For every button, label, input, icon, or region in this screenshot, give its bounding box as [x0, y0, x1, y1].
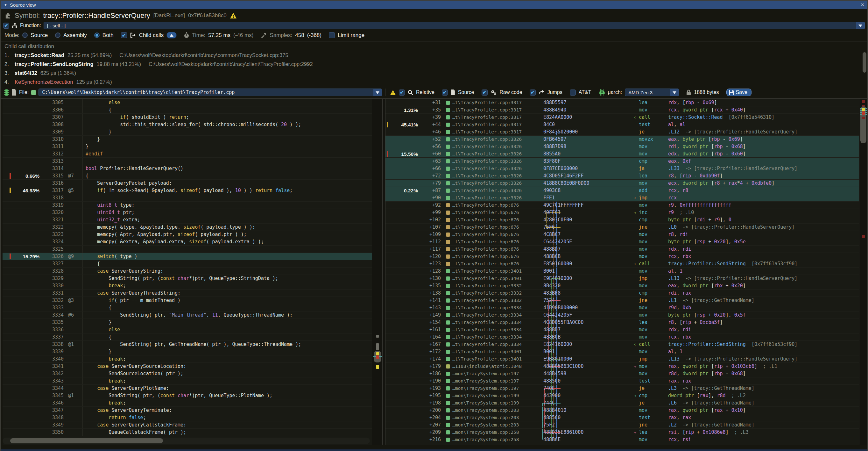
- asm-row[interactable]: +109…t\TracyProfiler.hpp:6764C8BC7movr8,…: [385, 231, 859, 238]
- collapse-icon[interactable]: ▼: [4, 3, 7, 7]
- asm-row[interactable]: +154…t\TracyProfiler.cpp:33344C8D055FBA0…: [385, 319, 859, 326]
- asm-row[interactable]: +102…t\TracyProfiler.hpp:67642803C0F00cm…: [385, 216, 859, 223]
- source-line[interactable]: 3347 case ServerQueryTerminate:: [3, 407, 372, 414]
- asm-row[interactable]: +39…t\TracyProfiler.cpp:3317E824AA0000‹c…: [385, 113, 859, 121]
- file-combo[interactable]: C:\Users\wolf\Desktop\darkrl\contrib\tra…: [38, 89, 382, 96]
- source-line[interactable]: 3339 }: [3, 348, 372, 355]
- source-line[interactable]: 3327 {: [3, 260, 372, 267]
- asm-row[interactable]: +186…mon\TracySystem.cpp:197448B4598movr…: [385, 370, 859, 377]
- asm-row[interactable]: +207…mon\TracySystem.cpp:20375F2jne.L2 -…: [385, 421, 859, 428]
- source-line[interactable]: 3345@1 SendString( ptr, (const char*)ptr…: [3, 392, 372, 399]
- asm-row[interactable]: +141…t\TracyProfiler.cpp:33327524jne.L1 …: [385, 297, 859, 304]
- source-line[interactable]: 3324 memcpy( &extra, &payload.extra, siz…: [3, 238, 372, 245]
- source-checkbox[interactable]: [442, 90, 448, 95]
- asm-row[interactable]: +143…t\TracyProfiler.cpp:333441B90B00000…: [385, 304, 859, 311]
- source-line[interactable]: 3325: [3, 245, 372, 252]
- ccd-scrollbar[interactable]: [863, 52, 866, 72]
- source-line[interactable]: 3346 break;: [3, 399, 372, 407]
- source-line[interactable]: 3331 case ServerQueryThreadString:: [3, 289, 372, 297]
- ccd-entry[interactable]: 4.KeSynchronizeExecution125 μs (0.27%): [4, 79, 864, 85]
- asm-row[interactable]: +179…1103\include\atomic:1048488B05B63C1…: [385, 362, 859, 370]
- asm-row[interactable]: +216…mon\TracySystem.cpp:258488BCEmovrcx…: [385, 436, 859, 443]
- asm-row[interactable]: +52…t\TracyProfiler.cpp:33260FB64597movz…: [385, 136, 859, 143]
- child-calls-checkbox[interactable]: [121, 32, 127, 38]
- source-line[interactable]: 3311}: [3, 143, 372, 150]
- asm-row[interactable]: +204…mon\TracySystem.cpp:2034885C0testra…: [385, 414, 859, 421]
- chevron-down-icon[interactable]: [373, 89, 382, 96]
- function-combo[interactable]: [ - self - ]: [43, 22, 865, 29]
- asm-row[interactable]: +79…t\TracyProfiler.cpp:3326418B8C80E0BF…: [385, 179, 859, 187]
- source-line[interactable]: 3350 QueueCallstackFrame( ptr );: [3, 428, 372, 436]
- asm-row[interactable]: +99…t\TracyProfiler.hpp:67649FFC1→incr9 …: [385, 209, 859, 216]
- source-line[interactable]: 3343 break;: [3, 377, 372, 385]
- source-line[interactable]: 3342 SendSourceLocation( ptr );: [3, 370, 372, 377]
- asm-row[interactable]: +130…t\TracyProfiler.cpp:3401E9E4010000j…: [385, 275, 859, 282]
- source-vscrollbar[interactable]: [372, 99, 382, 445]
- source-line[interactable]: 3337 {: [3, 333, 372, 340]
- asm-row[interactable]: 1.31%+35…t\TracyProfiler.cpp:3317488B494…: [385, 106, 859, 113]
- asm-row[interactable]: +209…mon\TracySystem.cpp:258488D35E88610…: [385, 428, 859, 436]
- radio-both[interactable]: [94, 32, 100, 38]
- source-line[interactable]: 3308 std::this_thread::sleep_for( std::c…: [3, 121, 372, 128]
- close-icon[interactable]: ×: [861, 2, 864, 8]
- propagate-up-button[interactable]: [166, 32, 177, 38]
- function-checkbox[interactable]: [3, 23, 9, 29]
- source-line[interactable]: 3305 else: [3, 99, 372, 106]
- asm-row[interactable]: +174…t\TracyProfiler.cpp:3401E9B8010000j…: [385, 355, 859, 362]
- source-line[interactable]: 46.93%3317@5 if( !m_sock->Read( &payload…: [3, 187, 372, 194]
- asm-row[interactable]: +161…t\TracyProfiler.cpp:3334488BD7movrd…: [385, 326, 859, 333]
- asm-row[interactable]: +46…t\TracyProfiler.cpp:33170F8435020000…: [385, 128, 859, 136]
- source-line[interactable]: 3322 memcpy( &type, &payload.type, sizeo…: [3, 223, 372, 231]
- raw-code-checkbox[interactable]: [482, 90, 488, 95]
- source-line[interactable]: 3332@3 if( ptr == m_mainThread ): [3, 297, 372, 304]
- source-line[interactable]: 3319 uint8_t type;: [3, 201, 372, 209]
- limit-range-checkbox[interactable]: [329, 32, 335, 38]
- march-combo[interactable]: AMD Zen 3: [625, 89, 679, 96]
- asm-row[interactable]: +123…t\TracyProfiler.hpp:676E850160000‹c…: [385, 260, 859, 267]
- source-line[interactable]: 3338@1 SendString( ptr, GetThreadName( p…: [3, 340, 372, 348]
- source-hscrollbar-thumb[interactable]: [10, 438, 163, 443]
- source-line[interactable]: 3334@6 SendString( ptr, "Main thread", 1…: [3, 311, 372, 319]
- asm-row[interactable]: +31…t\TracyProfiler.cpp:3317488D5597lear…: [385, 99, 859, 106]
- asm-row[interactable]: +135…t\TracyProfiler.cpp:33328B4320movea…: [385, 282, 859, 289]
- source-hscrollbar[interactable]: [3, 438, 370, 444]
- att-checkbox[interactable]: [570, 90, 576, 95]
- asm-row[interactable]: +72…t\TracyProfiler.cpp:33264C8D05F146F2…: [385, 172, 859, 179]
- asm-row[interactable]: +172…t\TracyProfiler.cpp:3401B001moval, …: [385, 348, 859, 355]
- asm-row[interactable]: +138…t\TracyProfiler.cpp:3332483BF8cmprd…: [385, 289, 859, 297]
- source-line[interactable]: 3328 case ServerQueryString:: [3, 267, 372, 275]
- radio-source[interactable]: [22, 32, 28, 38]
- asm-row[interactable]: +92…t\TracyProfiler.hpp:67649C7C1FFFFFFF…: [385, 201, 859, 209]
- source-line[interactable]: 3333 {: [3, 304, 372, 311]
- asm-row[interactable]: 0.22%+87…t\TracyProfiler.cpp:33264903C8a…: [385, 187, 859, 194]
- source-line[interactable]: 3340 break;: [3, 355, 372, 362]
- asm-row[interactable]: +107…t\TracyProfiler.hpp:67675F6jne.L0 -…: [385, 223, 859, 231]
- asm-row[interactable]: +164…t\TracyProfiler.cpp:3334488BCBmovrc…: [385, 333, 859, 340]
- asm-row[interactable]: +120…t\TracyProfiler.hpp:676488BCBmovrcx…: [385, 252, 859, 260]
- source-line[interactable]: 3330 break;: [3, 282, 372, 289]
- source-line[interactable]: 3323 memcpy( &ptr, &payload.ptr, sizeof(…: [3, 231, 372, 238]
- asm-row[interactable]: +90…t\TracyProfiler.cpp:3326FFE1‹jmprcx: [385, 194, 859, 201]
- source-line[interactable]: 3348 return false;: [3, 414, 372, 421]
- source-line[interactable]: 3307 if( shouldExit ) return;: [3, 113, 372, 121]
- source-line[interactable]: 3318: [3, 194, 372, 201]
- source-line[interactable]: 0.66%3315@7{: [3, 172, 372, 179]
- asm-row[interactable]: +200…mon\TracySystem.cpp:203488B4010movr…: [385, 407, 859, 414]
- relative-checkbox[interactable]: [399, 90, 405, 95]
- asm-row[interactable]: +149…t\TracyProfiler.cpp:3334C64424205Fm…: [385, 311, 859, 319]
- save-button[interactable]: Save: [726, 89, 751, 96]
- asm-row[interactable]: 45.41%+44…t\TracyProfiler.cpp:331784C0te…: [385, 121, 859, 128]
- source-line[interactable]: 3316 ServerQueryPacket payload;: [3, 179, 372, 187]
- source-line[interactable]: 3312#endif: [3, 150, 372, 157]
- source-line[interactable]: 3329 SendString( ptr, (const char*)ptr, …: [3, 275, 372, 282]
- source-line[interactable]: 15.79%3326@9 switch( type ): [3, 252, 372, 260]
- asm-row[interactable]: +198…mon\TracySystem.cpp:199744Cje.L6 ->…: [385, 399, 859, 407]
- chevron-down-icon[interactable]: [856, 22, 865, 29]
- source-line[interactable]: 3314bool Profiler::HandleServerQuery(): [3, 165, 372, 172]
- source-line[interactable]: 3310 }: [3, 136, 372, 143]
- source-line[interactable]: 3321 uint32_t extra;: [3, 216, 372, 223]
- asm-row[interactable]: +193…mon\TracySystem.cpp:197740Eje.L3 ->…: [385, 385, 859, 392]
- source-line[interactable]: 3313: [3, 157, 372, 165]
- jumps-checkbox[interactable]: [530, 90, 536, 95]
- source-line[interactable]: 3344 case ServerQueryPlotName:: [3, 385, 372, 392]
